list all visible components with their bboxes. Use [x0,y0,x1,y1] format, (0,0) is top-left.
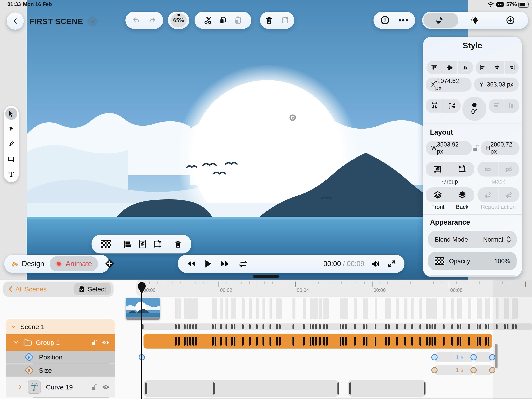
keyframe-mark[interactable] [429,298,431,319]
undo-button[interactable] [133,16,140,24]
ungroup-button[interactable] [153,240,162,249]
keyframe-mark[interactable] [231,298,234,319]
cut-button[interactable] [204,16,212,25]
select-tool[interactable] [5,108,17,120]
keyframe-mark[interactable] [468,324,470,329]
keyframe-mark[interactable] [443,337,444,346]
keyframe-mark[interactable] [175,337,177,346]
delete-button[interactable] [265,16,273,24]
keyframe-mark[interactable] [363,324,365,329]
keyframe-circle[interactable] [470,354,477,360]
keyframe-mark[interactable] [276,298,279,319]
keyframe-circle[interactable] [431,367,437,373]
keyframe-mark[interactable] [488,298,490,319]
shape-tool[interactable] [5,153,17,165]
keyframe-mark[interactable] [342,337,344,346]
align-hcenter-button[interactable] [490,61,504,74]
keyframe-mark[interactable] [326,298,329,319]
keyframe-mark[interactable] [270,337,271,346]
bring-front-button[interactable] [426,187,450,202]
keyframe-mark[interactable] [326,324,328,329]
layer-row-curve[interactable]: Curve 19 [6,377,115,398]
keyframe-mark[interactable] [187,324,188,329]
playhead-line[interactable] [141,283,142,399]
keyframe-mark[interactable] [366,298,368,319]
keyframe-mark[interactable] [385,337,387,346]
keyframe-mark[interactable] [396,324,398,329]
keyframe-mark[interactable] [303,298,306,319]
layer-row-scene[interactable]: Scene 1 [6,319,115,334]
keyframe-mark[interactable] [404,337,406,346]
keyframe-mark[interactable] [363,337,365,346]
redo-button[interactable] [148,16,156,24]
keyframe-mark[interactable] [485,324,487,329]
keyframe-mark[interactable] [315,324,317,329]
keyframe-mark[interactable] [396,298,399,319]
keyframe-mark[interactable] [310,324,311,329]
keyframe-mark[interactable] [419,337,421,346]
keyframe-mark[interactable] [184,298,187,319]
scene-thumbnail[interactable] [126,298,160,320]
clip-edge-mark[interactable] [424,382,425,394]
more-options-button[interactable] [398,19,408,22]
keyframe-mark[interactable] [323,298,326,319]
tab-style-brush-icon[interactable] [435,16,444,25]
all-scenes-button[interactable]: All Scenes [15,285,47,293]
keyframe-mark[interactable] [303,337,305,346]
node-select-tool[interactable] [5,123,17,135]
width-field[interactable]: W 3503.92 px [426,141,472,155]
distribute-horizontal-button[interactable] [504,99,519,113]
animate-tab[interactable]: Animate [50,256,98,271]
keyframe-mark[interactable] [319,337,321,346]
keyframe-mark[interactable] [323,324,325,329]
flip-horizontal-button[interactable] [426,99,443,113]
tween-segment[interactable] [435,365,473,375]
unmask-button[interactable]: ∞ [499,162,519,176]
keyframe-mark[interactable] [366,337,367,346]
keyframe-mark[interactable] [388,337,390,346]
keyframe-mark[interactable] [312,337,314,346]
artboard-canvas[interactable] [27,0,468,280]
keyframe-mark[interactable] [220,298,223,319]
clip-edge-mark[interactable] [349,382,351,394]
keyframe-mark[interactable] [312,298,315,319]
keyframe-mark[interactable] [178,298,181,319]
keyframe-mark[interactable] [292,324,294,329]
keyframe-mark[interactable] [345,298,348,319]
keyframe-mark[interactable] [451,298,454,319]
keyframe-mark[interactable] [443,324,444,329]
keyframe-mark[interactable] [468,298,471,319]
unlock-icon[interactable] [92,339,97,346]
keyframe-mark[interactable] [276,324,278,329]
design-tab[interactable]: Design [22,260,44,268]
scene-title[interactable]: FIRST SCENE [29,16,98,26]
keyframe-mark[interactable] [354,298,357,319]
keyframe-mark[interactable] [231,337,233,346]
keyframe-mark[interactable] [485,298,488,319]
keyframe-mark[interactable] [249,298,252,319]
keyframe-mark[interactable] [388,298,391,319]
keyframe-mark[interactable] [315,337,317,346]
keyframe-mark[interactable] [404,298,407,319]
pen-tool[interactable] [5,138,17,150]
clip-edge-mark[interactable] [145,382,147,394]
send-back-button[interactable] [450,187,474,202]
keyframe-mark[interactable] [310,298,312,319]
keyframe-mark[interactable] [242,298,245,319]
keyframe-mark[interactable] [375,298,377,319]
keyframe-mark[interactable] [429,337,431,346]
keyframe-mark[interactable] [242,324,244,329]
keyframe-mark[interactable] [292,337,294,346]
keyframe-mark[interactable] [385,298,388,319]
rotation-dial[interactable]: 0° [462,97,487,121]
keyframe-mark[interactable] [212,337,214,346]
keyframe-mark[interactable] [178,337,180,346]
keyframe-mark[interactable] [292,298,295,319]
keyframe-mark[interactable] [385,324,387,329]
layer-row-position[interactable]: P Position [6,351,115,364]
tab-add-icon[interactable] [506,16,515,25]
keyframe-mark[interactable] [195,337,197,346]
keyframe-mark[interactable] [451,337,453,346]
panel-drag-handle[interactable] [253,275,279,278]
visibility-eye-icon[interactable] [102,384,110,390]
